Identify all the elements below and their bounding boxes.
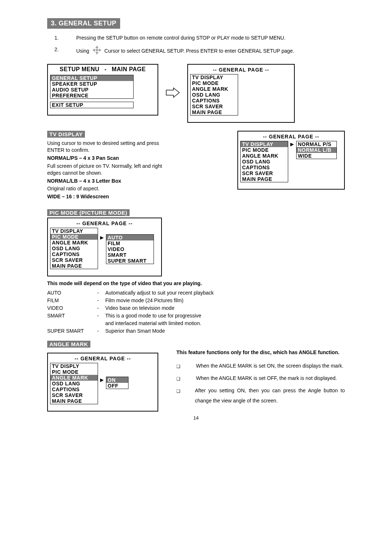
tv-left-5[interactable]: SCR SAVER [241,170,288,176]
mode-row: SUPER SMART-Superior than Smart Mode [47,327,345,335]
angle-left-4[interactable]: CAPTIONS [50,386,98,392]
pic-mode-heading: PIC MODE (PICTURE MODE) [47,209,130,216]
intro-num-1: 1. [47,34,62,42]
setup-item-speaker[interactable]: SPEAKER SETUP [50,81,133,87]
pic-left-6[interactable]: MAIN PAGE [50,263,98,269]
tv-opt1-t: Full screen of picture on TV. Normally, … [47,163,163,177]
setup-title-left: SETUP MENU [60,66,99,73]
angle-bullet-2: ❑When the ANGLE MARK is set OFF, the mar… [176,373,345,383]
tv-display-p1: Using cursor to move to desired setting … [47,140,163,154]
angle-left-6[interactable]: MAIN PAGE [50,398,98,404]
setup-item-audio[interactable]: AUDIO SETUP [50,87,133,93]
tv-opt3-b: WIDE – 16 : 9 Widescreen [47,193,230,200]
tv-display-row: TV DISPLAY Using cursor to move to desir… [47,125,345,201]
intro-text-2a: Using [76,48,89,54]
pic-left-3[interactable]: OSD LANG [50,246,98,251]
setup-row: SETUP MENU - MAIN PAGE GENERAL SETUP SPE… [47,64,345,123]
setup-title-dash: - [105,66,107,73]
intro-item-1: 1. Pressing the SETUP button on remote c… [47,34,345,42]
tv-left-4[interactable]: CAPTIONS [241,165,288,170]
tv-sub-cols: TV DISPLAY PIC MODE ANGLE MARK OSD LANG … [240,141,342,182]
pic-right-3[interactable]: SMART [106,252,154,258]
pic-left-1[interactable]: PIC MODE [50,234,98,240]
setup-menu-list: GENERAL SETUP SPEAKER SETUP AUDIO SETUP … [50,75,134,99]
tv-right-2[interactable]: WIDE [297,153,336,159]
tv-right-0[interactable]: NORMAL P/S [297,141,336,147]
angle-bullet-1: ❑When the ANGLE MARK is set ON, the scre… [176,361,345,371]
setup-item-exit[interactable]: EXIT SETUP [50,102,133,108]
angle-right-0[interactable]: ON [106,377,128,383]
pic-right-4[interactable]: SUPER SMART [106,258,154,264]
arrow-right-icon [166,87,180,99]
tv-left-0[interactable]: TV DISPLAY [241,141,288,147]
pic-right-2[interactable]: VIDEO [106,246,154,252]
tv-display-submenu: -- GENERAL PAGE -- TV DISPLAY PIC MODE A… [237,131,345,190]
page: 3. GENERAL SETUP 1. Pressing the SETUP b… [47,0,345,435]
tv-opt1-b: NORMAL/PS – 4 x 3 Pan Scan [47,155,230,162]
angle-left-5[interactable]: SCR SAVER [50,392,98,398]
mode-row: AUTO-Automatically adjust to suit your r… [47,289,345,297]
tv-sub-right: NORMAL P/S NORMAL L/B WIDE [296,141,337,159]
angle-sub-cols: TV DISPLY PIC MODE ANGLE MARK OSD LANG C… [50,363,155,404]
gp1-item-3[interactable]: OSD LANG [191,92,238,98]
gp1-item-0[interactable]: TV DISPLAY [191,74,238,80]
square-bullet-icon: ❑ [176,361,181,371]
pic-sub-cols: TV DISPLAY PIC MODE ANGLE MARK OSD LANG … [50,228,159,269]
mode-row: VIDEO-Video base on television mode [47,304,345,312]
intro-list: 1. Pressing the SETUP button on remote c… [47,34,345,57]
section-title: 3. GENERAL SETUP [47,18,120,29]
intro-num-2: 2. [47,45,62,57]
gp1-item-1[interactable]: PIC MODE [191,80,238,86]
pic-right: AUTO FILM VIDEO SMART SUPER SMART [106,234,154,264]
pic-left-0[interactable]: TV DISPLAY [50,228,98,234]
mode-row: SMART-This is a good mode to use for pro… [47,312,345,320]
page-number: 14 [47,415,345,421]
pic-right-1[interactable]: FILM [106,240,154,246]
square-bullet-icon: ❑ [176,385,180,406]
gp1-item-5[interactable]: SCR SAVER [191,104,238,109]
tv-left-2[interactable]: ANGLE MARK [241,153,288,159]
angle-menu: -- GENERAL PAGE -- TV DISPLY PIC MODE AN… [47,353,158,412]
angle-left-3[interactable]: OSD LANG [50,381,98,386]
angle-text: This feature functions only for the disc… [176,349,345,408]
pic-left-4[interactable]: CAPTIONS [50,251,98,257]
angle-left-0[interactable]: TV DISPLY [50,363,98,369]
setup-title-right: MAIN PAGE [112,66,146,73]
intro-item-2: 2. Using Cursor to select GENERAL SETUP.… [47,45,345,57]
angle-right-1[interactable]: OFF [106,383,128,389]
pic-mode-menu: -- GENERAL PAGE -- TV DISPLAY PIC MODE A… [47,218,162,276]
intro-text-1: Pressing the SETUP button on remote cont… [76,34,345,42]
pic-mode-lead: This mode will depend on the type of vid… [47,280,345,287]
pic-right-0[interactable]: AUTO [106,235,154,240]
mode-row: FILM-Film movie mode (24 Pictures film) [47,297,345,304]
angle-left-2[interactable]: ANGLE MARK [50,375,98,381]
tv-left-1[interactable]: PIC MODE [241,147,288,153]
section-title-text: 3. GENERAL SETUP [51,20,117,27]
gp1-item-4[interactable]: CAPTIONS [191,98,238,104]
pic-menu-title: -- GENERAL PAGE -- [50,220,159,228]
tv-opt2-t: Original ratio of aspect. [47,185,230,193]
mode-row: and interlaced material with limited mot… [47,320,345,327]
general-page-title-1: -- GENERAL PAGE -- [190,66,292,74]
tv-sub-title: -- GENERAL PAGE -- [240,133,342,141]
angle-right-list: ON OFF [106,377,128,389]
square-bullet-icon: ❑ [176,373,181,383]
angle-left-1[interactable]: PIC MODE [50,369,98,375]
tv-left-6[interactable]: MAIN PAGE [241,176,288,182]
setup-item-general[interactable]: GENERAL SETUP [50,75,133,81]
gp1-item-6[interactable]: MAIN PAGE [191,109,238,115]
intro-text-2b: Cursor to select GENERAL SETUP. Press EN… [105,48,294,54]
setup-item-preference[interactable]: PREFERENCE [50,93,133,98]
general-page-box-1: -- GENERAL PAGE -- TV DISPLAY PIC MODE A… [187,64,295,123]
gp1-item-2[interactable]: ANGLE MARK [191,86,238,92]
tv-left-3[interactable]: OSD LANG [241,159,288,165]
triangle-right-icon: ▶ [99,228,105,241]
dpad-icon [92,45,102,57]
angle-mark-row: -- GENERAL PAGE -- TV DISPLY PIC MODE AN… [47,349,345,412]
triangle-right-icon: ▶ [290,141,295,147]
pic-left-5[interactable]: SCR SAVER [50,257,98,263]
setup-exit-list: EXIT SETUP [50,102,134,108]
triangle-right-icon: ▶ [99,363,105,383]
pic-left-2[interactable]: ANGLE MARK [50,240,98,246]
tv-right-1[interactable]: NORMAL L/B [297,147,336,153]
